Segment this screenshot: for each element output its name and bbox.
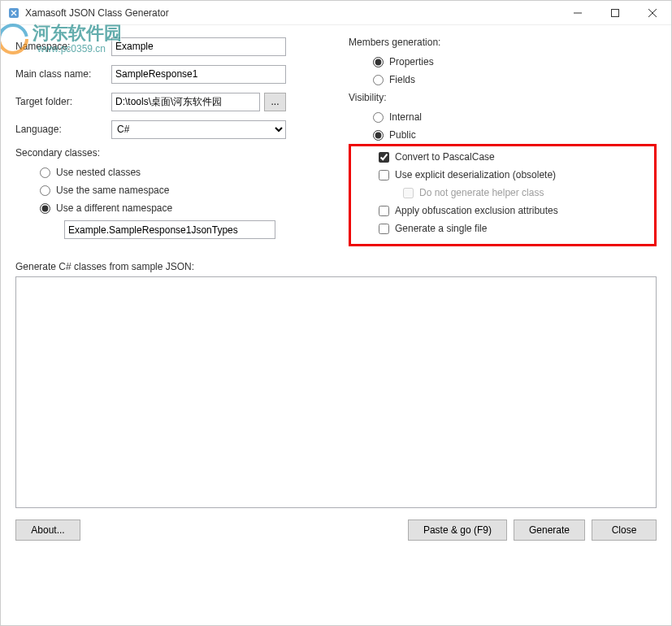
secondary-label: Secondary classes: [15, 147, 332, 159]
maximize-button[interactable] [596, 1, 634, 24]
internal-radio[interactable] [373, 112, 384, 123]
language-select[interactable]: C# [111, 120, 286, 139]
samens-label: Use the same namespace [56, 185, 169, 196]
svg-rect-2 [612, 9, 619, 16]
mainclass-input[interactable] [111, 65, 286, 84]
nohelper-checkbox [403, 188, 414, 198]
properties-label: Properties [389, 56, 434, 67]
explicit-label: Use explicit deserialization (obsolete) [395, 169, 556, 180]
browse-button[interactable]: ... [264, 93, 286, 111]
visibility-label: Visibility: [349, 92, 657, 103]
json-textarea[interactable] [15, 276, 657, 508]
close-window-button[interactable] [634, 1, 671, 24]
app-icon [7, 7, 20, 20]
namespace-input[interactable] [111, 37, 286, 56]
obfus-checkbox[interactable] [379, 206, 389, 216]
nested-label: Use nested classes [56, 167, 141, 178]
namespace-label: Namespace: [15, 41, 111, 52]
public-radio[interactable] [373, 130, 384, 141]
obfus-label: Apply obfuscation exclusion attributes [395, 205, 558, 216]
members-label: Members generation: [349, 37, 657, 48]
properties-radio[interactable] [373, 57, 384, 67]
close-button[interactable]: Close [592, 519, 657, 541]
nested-radio[interactable] [40, 167, 50, 178]
titlebar: Xamasoft JSON Class Generator [1, 1, 671, 25]
generate-button[interactable]: Generate [514, 519, 585, 541]
fields-label: Fields [389, 74, 415, 85]
internal-label: Internal [389, 111, 422, 123]
fields-radio[interactable] [373, 75, 384, 85]
explicit-checkbox[interactable] [379, 170, 389, 180]
window-title: Xamasoft JSON Class Generator [25, 7, 559, 19]
public-label: Public [389, 129, 416, 141]
samens-radio[interactable] [40, 185, 50, 196]
nohelper-label: Do not generate helper class [419, 187, 544, 198]
mainclass-label: Main class name: [15, 68, 111, 80]
diffns-input[interactable] [64, 220, 275, 239]
target-label: Target folder: [15, 96, 111, 107]
language-label: Language: [15, 124, 111, 135]
single-checkbox[interactable] [379, 224, 389, 234]
diffns-label: Use a different namespace [56, 202, 172, 214]
minimize-button[interactable] [559, 1, 596, 24]
diffns-radio[interactable] [40, 203, 50, 214]
generate-prompt-label: Generate C# classes from sample JSON: [1, 246, 671, 276]
about-button[interactable]: About... [15, 519, 80, 541]
options-highlight-box: Convert to PascalCase Use explicit deser… [349, 144, 657, 246]
pascal-label: Convert to PascalCase [395, 151, 495, 163]
single-label: Generate a single file [395, 223, 487, 234]
paste-go-button[interactable]: Paste & go (F9) [408, 519, 507, 541]
pascal-checkbox[interactable] [379, 152, 389, 163]
target-input[interactable] [111, 93, 260, 111]
